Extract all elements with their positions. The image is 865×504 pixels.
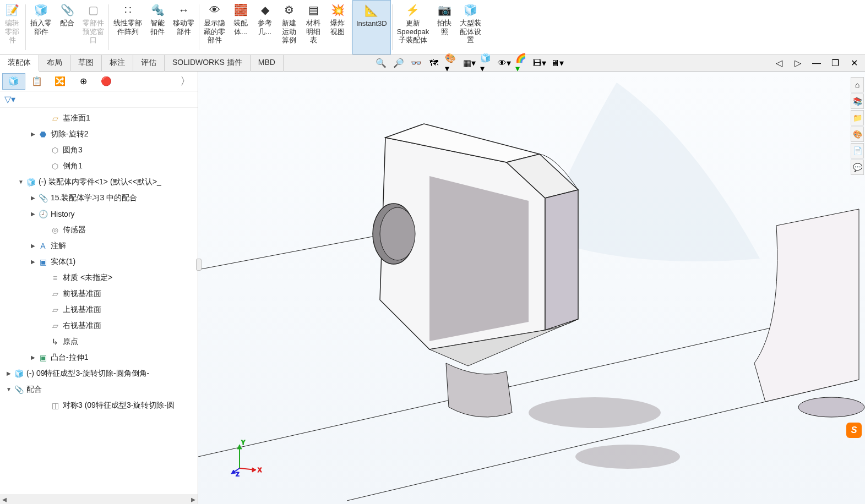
tree-row[interactable]: ▶🧊(-) 09特征成型3-旋转切除-圆角倒角- bbox=[0, 365, 198, 381]
taskpane-home-icon[interactable]: ⌂ bbox=[851, 77, 864, 92]
ribbon-btn-11[interactable]: ▤材料 明细 表 bbox=[301, 0, 325, 54]
tree-row[interactable]: ▼📎配合 bbox=[0, 381, 198, 397]
ribbon-icon: ⚙ bbox=[280, 2, 298, 18]
section-view-icon[interactable]: 🗺 bbox=[427, 57, 440, 70]
ribbon-icon: 💥 bbox=[329, 2, 346, 18]
ribbon-icon: 🧊 bbox=[32, 2, 50, 18]
tree-row[interactable]: ▼🧊(-) 装配体内零件<1> (默认<<默认>_ bbox=[0, 174, 198, 190]
splitter-handle[interactable] bbox=[196, 259, 202, 271]
viewport-icon[interactable]: 🖥▾ bbox=[551, 57, 564, 70]
tab-4[interactable]: 评估 bbox=[133, 55, 165, 72]
expand-arrow-icon[interactable]: ▼ bbox=[17, 179, 25, 185]
taskpane-forum-icon[interactable]: 💬 bbox=[851, 160, 864, 175]
tab-6[interactable]: MBD bbox=[251, 55, 284, 72]
taskpane-explorer-icon[interactable]: 📁 bbox=[851, 110, 864, 125]
tree-row[interactable]: ▶⬣切除-旋转2 bbox=[0, 126, 198, 142]
pane-right-icon[interactable]: ▷ bbox=[791, 57, 804, 70]
minimize-icon[interactable]: — bbox=[810, 57, 823, 70]
graphics-viewport[interactable]: X Y Z bbox=[198, 72, 865, 504]
hide-show-icon[interactable]: 🧊▾ bbox=[480, 57, 493, 70]
ribbon-btn-9[interactable]: ◆参考 几... bbox=[253, 0, 277, 54]
config-manager-tab[interactable]: 🔀 bbox=[48, 73, 72, 90]
feature-icon: ≡ bbox=[50, 272, 61, 283]
expand-arrow-icon[interactable]: ▶ bbox=[29, 131, 37, 137]
tree-row[interactable]: ▶▣凸台-拉伸1 bbox=[0, 349, 198, 365]
feature-icon: 🧊 bbox=[25, 177, 36, 188]
tree-row[interactable]: ⬡圆角3 bbox=[0, 142, 198, 158]
ribbon-label: 智能 扣件 bbox=[150, 19, 165, 36]
tree-row[interactable]: ▶🕘History bbox=[0, 206, 198, 222]
tab-1[interactable]: 布局 bbox=[39, 55, 70, 72]
feature-tree-tab[interactable]: 🧊 bbox=[2, 73, 25, 90]
ribbon-btn-13[interactable]: 📐Instant3D bbox=[352, 0, 391, 54]
ribbon-btn-6[interactable]: ↔移动零 部件 bbox=[170, 0, 198, 54]
ribbon-label: 拍快 照 bbox=[437, 19, 451, 36]
ribbon-btn-10[interactable]: ⚙新建 运动 算例 bbox=[277, 0, 301, 54]
ribbon-btn-8[interactable]: 🧱装配 体... bbox=[229, 0, 253, 54]
tree-row[interactable]: ⬡倒角1 bbox=[0, 158, 198, 174]
zoom-window-icon[interactable]: 🔎 bbox=[392, 57, 405, 70]
ribbon-btn-15[interactable]: 📷拍快 照 bbox=[432, 0, 456, 54]
expand-arrow-icon[interactable]: ▶ bbox=[29, 243, 37, 249]
ribbon-btn-16[interactable]: 🧊大型装 配体设 置 bbox=[456, 0, 485, 54]
property-manager-tab[interactable]: 📋 bbox=[25, 73, 48, 90]
zoom-fit-icon[interactable]: 🔍 bbox=[374, 57, 388, 70]
filter-icon[interactable]: ▽▾ bbox=[4, 94, 15, 105]
tab-0[interactable]: 装配体 bbox=[0, 55, 39, 72]
close-icon[interactable]: ✕ bbox=[847, 57, 861, 70]
tree-row[interactable]: ▶A注解 bbox=[0, 238, 198, 254]
expand-arrow-icon[interactable]: ▶ bbox=[29, 195, 37, 201]
prev-view-icon[interactable]: 👓 bbox=[410, 57, 423, 70]
sidebar-scrollbar[interactable]: ◂ ▸ bbox=[0, 494, 198, 504]
tab-2[interactable]: 草图 bbox=[70, 55, 102, 72]
ribbon-label: 编辑 零部 件 bbox=[5, 19, 19, 45]
ribbon-btn-14[interactable]: ⚡更新 Speedpak 子装配体 bbox=[394, 0, 433, 54]
feature-manager-panel: 🧊 📋 🔀 ⊕ 🔴 〉 ▽▾ ▱基准面1▶⬣切除-旋转2⬡圆角3⬡倒角1▼🧊(-… bbox=[0, 72, 198, 504]
tree-row[interactable]: ▱上视基准面 bbox=[0, 302, 198, 317]
expand-arrow-icon[interactable]: ▶ bbox=[4, 370, 13, 376]
dimxpert-tab[interactable]: ⊕ bbox=[72, 73, 95, 90]
tree-row[interactable]: ▶▣实体(1) bbox=[0, 254, 198, 270]
scene-icon[interactable]: 🎞▾ bbox=[533, 57, 546, 70]
ime-indicator[interactable]: S bbox=[846, 423, 862, 438]
display-style-icon[interactable]: ▦▾ bbox=[463, 57, 476, 70]
tree-row[interactable]: ↳原点 bbox=[0, 333, 198, 349]
restore-icon[interactable]: ❐ bbox=[829, 57, 842, 70]
expand-arrow-icon[interactable]: ▶ bbox=[29, 211, 37, 217]
pane-left-icon[interactable]: ◁ bbox=[772, 57, 786, 70]
ribbon-btn-5[interactable]: 🔩智能 扣件 bbox=[145, 0, 170, 54]
ribbon-btn-12[interactable]: 💥爆炸 视图 bbox=[325, 0, 350, 54]
tree-label: 对称3 (09特征成型3-旋转切除-圆 bbox=[63, 401, 175, 410]
visibility-icon[interactable]: 👁▾ bbox=[498, 57, 511, 70]
feature-icon: ⬡ bbox=[50, 161, 61, 172]
tree-row[interactable]: ≡材质 <未指定> bbox=[0, 270, 198, 286]
ribbon-btn-1[interactable]: 🧊插入零 部件 bbox=[27, 0, 55, 54]
ribbon-btn-4[interactable]: ∷线性零部 件阵列 bbox=[110, 0, 145, 54]
ribbon-label: 大型装 配体设 置 bbox=[460, 19, 481, 45]
taskpane-prop-icon[interactable]: 📄 bbox=[851, 143, 864, 158]
tree-row[interactable]: ▶📎15.装配体学习3 中的配合 bbox=[0, 190, 198, 206]
ribbon-btn-2[interactable]: 📎配合 bbox=[55, 0, 79, 54]
orientation-triad[interactable]: X Y Z bbox=[226, 438, 264, 476]
svg-point-11 bbox=[529, 397, 661, 428]
display-manager-tab[interactable]: 🔴 bbox=[95, 73, 118, 90]
tree-row[interactable]: ▱基准面1 bbox=[0, 110, 198, 126]
taskpane-library-icon[interactable]: 📚 bbox=[851, 94, 864, 109]
tree-row[interactable]: ▱前视基准面 bbox=[0, 286, 198, 302]
tree-row[interactable]: ▱右视基准面 bbox=[0, 317, 198, 333]
tree-row[interactable]: ◫对称3 (09特征成型3-旋转切除-圆 bbox=[0, 397, 198, 413]
taskpane-view-icon[interactable]: 🎨 bbox=[851, 127, 864, 142]
ribbon-btn-7[interactable]: 👁显示隐 藏的零 部件 bbox=[200, 0, 229, 54]
tab-5[interactable]: SOLIDWORKS 插件 bbox=[165, 55, 251, 72]
ribbon-icon: ⚡ bbox=[404, 2, 422, 18]
appearance-icon[interactable]: 🌈▾ bbox=[515, 57, 529, 70]
expand-arrow-icon[interactable]: ▶ bbox=[29, 354, 37, 360]
flyout-toggle-icon[interactable]: 〉 bbox=[176, 74, 195, 89]
tab-3[interactable]: 标注 bbox=[102, 55, 133, 72]
view-orient-icon[interactable]: 🎨▾ bbox=[445, 57, 458, 70]
expand-arrow-icon[interactable]: ▶ bbox=[29, 259, 37, 265]
tree-row[interactable]: ◎传感器 bbox=[0, 222, 198, 238]
tree-label: 基准面1 bbox=[63, 113, 90, 123]
ribbon-icon: 📐 bbox=[363, 3, 380, 18]
expand-arrow-icon[interactable]: ▼ bbox=[4, 386, 13, 392]
